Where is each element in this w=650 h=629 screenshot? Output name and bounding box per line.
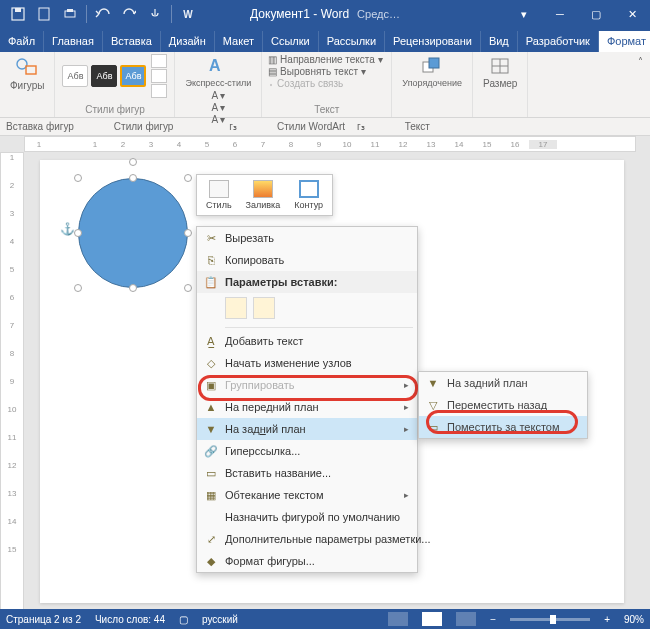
vertical-ruler[interactable]: 123456789101112131415 [0,152,24,611]
text-outline-button[interactable]: A ▾ [211,102,225,113]
align-text-button[interactable]: ▤ Выровнять текст ▾ [268,66,382,77]
view-read-button[interactable] [388,612,408,626]
shapes-icon [14,56,40,78]
redo-button[interactable] [117,2,141,26]
tab-design[interactable]: Дизайн [161,31,215,52]
resize-handle-r[interactable] [184,229,192,237]
resize-handle-b[interactable] [129,284,137,292]
ctx-set-default[interactable]: Назначить фигурой по умолчанию [197,506,417,528]
shape-style-2[interactable]: Абв [91,65,117,87]
minimize-button[interactable]: ─ [542,0,578,28]
tab-review[interactable]: Рецензировани [385,31,481,52]
ctx-send-back[interactable]: ▼На задний план▸ [197,418,417,440]
svg-rect-9 [429,58,439,68]
style-down-button[interactable] [151,69,167,83]
mini-fill-button[interactable]: Заливка [240,178,287,212]
zoom-in-button[interactable]: + [604,614,610,625]
resize-handle-tr[interactable] [184,174,192,182]
ribbon-options-button[interactable]: ▾ [506,0,542,28]
size-icon [489,56,511,76]
sub-behind-text[interactable]: ▭Поместить за текстом [419,416,587,438]
express-styles-button[interactable]: A Экспресс-стили [181,54,255,90]
quick-access-toolbar: W [0,2,200,26]
format-shape-icon: ◆ [203,553,219,569]
edit-points-icon: ◇ [203,355,219,371]
shape-style-1[interactable]: Абв [62,65,88,87]
zoom-level[interactable]: 90% [624,614,644,625]
resize-handle-tl[interactable] [74,174,82,182]
mini-style-button[interactable]: Стиль [200,178,238,212]
resize-handle-br[interactable] [184,284,192,292]
shape-style-selected[interactable]: Абв [120,65,146,87]
paste-option-2[interactable] [253,297,275,319]
circle-shape[interactable] [78,178,188,288]
tab-insert[interactable]: Вставка [103,31,161,52]
send-back-icon: ▼ [203,421,219,437]
view-print-button[interactable] [422,612,442,626]
svg-rect-4 [67,9,73,12]
cut-icon: ✂ [203,230,219,246]
ctx-edit-points[interactable]: ◇Начать изменение узлов [197,352,417,374]
status-words[interactable]: Число слов: 44 [95,614,165,625]
status-language[interactable]: русский [202,614,238,625]
outline-icon [299,180,319,198]
ctx-format-shape[interactable]: ◆Формат фигуры... [197,550,417,572]
rotate-handle[interactable] [129,158,137,166]
tab-layout[interactable]: Макет [215,31,263,52]
resize-handle-t[interactable] [129,174,137,182]
document-icon [38,7,50,21]
tab-references[interactable]: Ссылки [263,31,319,52]
view-web-button[interactable] [456,612,476,626]
style-more-button[interactable] [151,84,167,98]
collapse-ribbon-button[interactable]: ˄ [630,52,650,117]
sub-send-backward[interactable]: ▽Переместить назад [419,394,587,416]
undo-button[interactable] [91,2,115,26]
maximize-button[interactable]: ▢ [578,0,614,28]
mini-outline-button[interactable]: Контур [288,178,329,212]
tab-developer[interactable]: Разработчик [518,31,599,52]
status-proof[interactable]: ▢ [179,614,188,625]
paste-option-1[interactable] [225,297,247,319]
ctx-bring-front[interactable]: ▲На передний план▸ [197,396,417,418]
insert-shapes-button[interactable]: Фигуры [6,54,48,93]
selected-shape[interactable]: ⚓ [78,178,188,288]
tab-format[interactable]: Формат [599,31,650,52]
ctx-hyperlink[interactable]: 🔗Гиперссылка... [197,440,417,462]
ctx-copy[interactable]: ⎘Копировать [197,249,417,271]
save-button[interactable] [6,2,30,26]
style-up-button[interactable] [151,54,167,68]
sub-send-back[interactable]: ▼На задний план [419,372,587,394]
send-back-icon: ▼ [425,375,441,391]
context-tab-group: Средс… [357,8,400,20]
ctx-add-text[interactable]: A̲Добавить текст [197,330,417,352]
resize-handle-l[interactable] [74,229,82,237]
ctx-cut[interactable]: ✂Вырезать [197,227,417,249]
bring-front-icon: ▲ [203,399,219,415]
resize-handle-bl[interactable] [74,284,82,292]
ctx-wrap-text[interactable]: ▦Обтекание текстом▸ [197,484,417,506]
arrange-button[interactable]: Упорядочение [398,54,466,90]
print-icon [63,8,77,20]
tab-home[interactable]: Главная [44,31,103,52]
status-page[interactable]: Страница 2 из 2 [6,614,81,625]
zoom-slider[interactable] [510,618,590,621]
text-effects-button[interactable]: A ▾ [211,114,225,125]
new-doc-button[interactable] [32,2,56,26]
print-button[interactable] [58,2,82,26]
status-bar: Страница 2 из 2 Число слов: 44 ▢ русский… [0,609,650,629]
tab-file[interactable]: Файл [0,31,44,52]
save-icon [11,7,25,21]
close-button[interactable]: ✕ [614,0,650,28]
create-link-button[interactable]: ⬪ Создать связь [268,78,382,89]
touch-mode-button[interactable] [143,2,167,26]
size-button[interactable]: Размер [479,54,521,91]
zoom-out-button[interactable]: − [490,614,496,625]
ctx-insert-caption[interactable]: ▭Вставить название... [197,462,417,484]
text-direction-button[interactable]: ▥ Направление текста ▾ [268,54,382,65]
tab-mailings[interactable]: Рассылки [319,31,385,52]
horizontal-ruler[interactable]: 11234567891011121314151617 [24,136,636,152]
ctx-more-layout[interactable]: ⤢Дополнительные параметры разметки... [197,528,417,550]
tab-view[interactable]: Вид [481,31,518,52]
ribbon-group-shape-styles: Абв Абв Абв Стили фигур [55,52,175,117]
text-fill-button[interactable]: A ▾ [211,90,225,101]
